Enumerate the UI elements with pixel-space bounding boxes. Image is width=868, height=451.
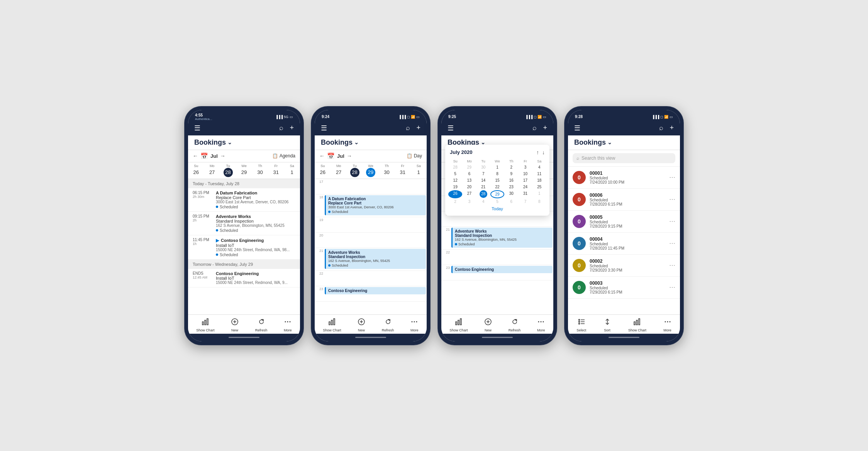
svg-point-25	[541, 321, 542, 322]
booking-card-3-1[interactable]: Adventure Works Standard Inspection 162 …	[451, 228, 553, 248]
cal-view-icon-1: 📋	[272, 153, 278, 159]
week-col-su-2[interactable]: Su 26	[315, 162, 331, 179]
day-row-22: 22	[315, 271, 427, 286]
week-col-tu-1[interactable]: Tu 28	[220, 162, 236, 179]
week-col-sa-2[interactable]: Sa 1	[411, 162, 427, 179]
agenda-item-1[interactable]: 06:15 PM 2h 30m A Datum Fabrication Repl…	[188, 188, 300, 212]
search-icon-1[interactable]: ⌕	[279, 124, 283, 132]
new-btn-1[interactable]: New	[231, 318, 239, 332]
menu-icon-4[interactable]: ☰	[574, 124, 580, 132]
svg-rect-10	[331, 320, 332, 325]
more-icon-item-4[interactable]: ⋯	[669, 240, 675, 247]
more-btn-4[interactable]: More	[663, 318, 671, 332]
refresh-btn-3[interactable]: Refresh	[509, 318, 521, 332]
search-icon-2[interactable]: ⌕	[406, 124, 410, 132]
show-chart-btn-2[interactable]: Show Chart	[323, 318, 341, 332]
date-picker-overlay[interactable]: July 2020 ↑ ↓ Su Mo Tu We Th Fr Sa	[445, 145, 549, 216]
picker-today-btn[interactable]: Today	[448, 205, 546, 213]
week-col-su-1[interactable]: Su 26	[188, 162, 204, 179]
add-icon-2[interactable]: +	[416, 124, 420, 132]
view-toggle-1[interactable]: 📋 Agenda	[272, 153, 295, 159]
add-icon-4[interactable]: +	[670, 124, 674, 132]
app-title-bar-1: Bookings ⌄	[188, 135, 300, 150]
next-btn-1[interactable]: →	[220, 153, 225, 159]
more-btn-3[interactable]: More	[537, 318, 545, 332]
title-chevron-2[interactable]: ⌄	[354, 139, 359, 145]
list-item-00003[interactable]: 0 00003 Scheduled 7/29/2020 6:15 PM ⋯	[568, 277, 680, 299]
week-col-we-1[interactable]: We 29	[236, 162, 252, 179]
picker-next-btn[interactable]: ↓	[542, 149, 545, 155]
week-col-th-1[interactable]: Th 30	[252, 162, 268, 179]
add-icon-3[interactable]: +	[543, 124, 547, 132]
home-indicator-2	[315, 334, 427, 341]
svg-rect-0	[202, 322, 203, 325]
wifi-icon-4: 📶	[664, 115, 668, 119]
title-chevron-1[interactable]: ⌄	[227, 139, 232, 145]
picker-today-29[interactable]: 29	[490, 190, 504, 198]
agenda-item-4[interactable]: ENDS 12:45 AM Contoso Engineering Instal…	[188, 269, 300, 287]
search-box-4[interactable]: ⌕ Search this view	[573, 153, 675, 163]
booking-card-3[interactable]: Contoso Engineering	[325, 287, 426, 294]
refresh-btn-1[interactable]: Refresh	[255, 318, 268, 332]
svg-point-17	[416, 321, 417, 322]
week-col-fr-1[interactable]: Fr 31	[268, 162, 284, 179]
list-item-00006[interactable]: 0 00006 Scheduled 7/28/2020 6:15 PM ⋯	[568, 189, 680, 211]
agenda-item-2[interactable]: 09:15 PM 2h Adventure Works Standard Ins…	[188, 212, 300, 235]
more-icon-item-1[interactable]: ⋯	[669, 174, 675, 181]
prev-btn-1[interactable]: ←	[193, 153, 198, 159]
list-item-00001[interactable]: 0 00001 Scheduled 7/24/2020 10:00 PM ⋯	[568, 167, 680, 189]
show-chart-btn-4[interactable]: Show Chart	[628, 318, 646, 332]
week-col-sa-1[interactable]: Sa 1	[284, 162, 300, 179]
next-btn-2[interactable]: →	[347, 153, 352, 159]
booking-card-1[interactable]: A Datum Fabrication Replace Core Part 30…	[325, 195, 426, 215]
status-time-2: 9:24	[322, 115, 329, 119]
menu-icon-2[interactable]: ☰	[321, 124, 327, 132]
more-btn-2[interactable]: More	[410, 318, 419, 332]
day-row-3-21: 21 Adventure Works Standard Inspection 1…	[441, 227, 553, 250]
day-row-20: 20	[315, 233, 427, 248]
prev-btn-2[interactable]: ←	[319, 153, 325, 159]
select-btn-4[interactable]: Select	[576, 318, 586, 332]
menu-icon-1[interactable]: ☰	[194, 124, 200, 132]
new-btn-3[interactable]: New	[484, 318, 492, 332]
sort-btn-4[interactable]: Sort	[604, 318, 611, 332]
more-btn-1[interactable]: More	[284, 318, 292, 332]
menu-icon-3[interactable]: ☰	[448, 124, 454, 132]
week-col-we-2[interactable]: We 29	[363, 162, 378, 179]
more-icon-item-2[interactable]: ⋯	[669, 196, 675, 203]
agenda-item-3[interactable]: 11:45 PM 1h ▶Contoso Engineering Install…	[188, 235, 300, 260]
week-col-mo-2[interactable]: Mo 27	[331, 162, 346, 179]
booking-card-2[interactable]: Adventure Works Standard Inspection 162 …	[325, 249, 426, 269]
search-icon-3[interactable]: ⌕	[532, 124, 537, 132]
show-chart-btn-1[interactable]: Show Chart	[196, 318, 214, 332]
week-col-mo-1[interactable]: Mo 27	[204, 162, 220, 179]
week-col-fr-2[interactable]: Fr 31	[395, 162, 410, 179]
picker-day-names: Su Mo Tu We Th Fr Sa	[448, 159, 546, 164]
date-header-today: Today - Tuesday, July 28	[188, 179, 300, 188]
add-icon-1[interactable]: +	[290, 124, 294, 132]
week-col-th-2[interactable]: Th 30	[379, 162, 395, 179]
list-content-4: 0 00001 Scheduled 7/24/2020 10:00 PM ⋯ 0…	[568, 167, 680, 314]
title-chevron-4[interactable]: ⌄	[607, 139, 612, 145]
more-icon-item-5[interactable]: ⋯	[669, 262, 675, 269]
view-toggle-2[interactable]: 📋 Day	[407, 153, 422, 159]
list-item-00002[interactable]: 0 00002 Scheduled 7/29/2020 3:30 PM ⋯	[568, 255, 680, 277]
picker-prev-btn[interactable]: ↑	[536, 149, 539, 155]
svg-point-37	[665, 321, 666, 322]
home-indicator-1	[188, 334, 300, 341]
week-col-tu-2[interactable]: Tu 28	[347, 162, 363, 179]
picker-selected-28[interactable]: 28	[480, 190, 487, 198]
search-icon-4[interactable]: ⌕	[659, 124, 663, 132]
list-item-00005[interactable]: 0 00005 Scheduled 7/28/2020 9:15 PM ⋯	[568, 211, 680, 233]
refresh-icon-2	[384, 318, 392, 328]
refresh-btn-2[interactable]: Refresh	[382, 318, 394, 332]
list-item-00004[interactable]: 0 00004 Scheduled 7/28/2020 11:45 PM ⋯	[568, 233, 680, 255]
more-icon-item-3[interactable]: ⋯	[669, 218, 675, 225]
new-btn-2[interactable]: New	[358, 318, 365, 332]
show-chart-btn-3[interactable]: Show Chart	[449, 318, 468, 332]
day-row-18: 18 A Datum Fabrication Replace Core Part…	[315, 194, 427, 217]
more-icon-item-6[interactable]: ⋯	[669, 284, 675, 291]
status-bar-1: 4:55 Authentica... ▐▐▐ 5G ▭	[188, 110, 300, 122]
booking-card-3-2[interactable]: Contoso Engineering	[451, 266, 553, 273]
svg-point-31	[578, 321, 580, 322]
